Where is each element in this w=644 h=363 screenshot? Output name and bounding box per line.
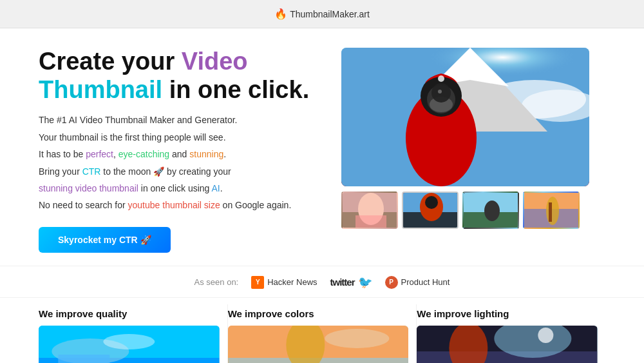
twitter-badge[interactable]: twitter 🐦 — [330, 275, 372, 289]
svg-rect-32 — [58, 355, 109, 363]
svg-point-11 — [438, 90, 442, 93]
yt-size-link[interactable]: youtube thumbnail size — [128, 200, 220, 210]
feature-lighting: We improve lighting — [417, 298, 605, 363]
ai-link[interactable]: AI — [212, 183, 220, 193]
desc-line1: The #1 AI Video Thumbnail Maker and Gene… — [39, 113, 316, 127]
desc-line3: It has to be perfect, eye-catching and s… — [39, 147, 316, 161]
svg-rect-16 — [355, 215, 386, 229]
svg-point-37 — [325, 329, 389, 348]
svg-point-20 — [425, 196, 438, 209]
svg-point-12 — [438, 75, 444, 82]
hero-title: Create your Video Thumbnail in one click… — [39, 48, 316, 104]
svg-rect-39 — [417, 351, 598, 363]
ctr-link[interactable]: CTR — [82, 166, 101, 177]
main-content: Create your Video Thumbnail in one click… — [0, 28, 644, 266]
hn-badge[interactable]: Y Hacker News — [251, 276, 317, 289]
thumb-4[interactable] — [523, 191, 580, 229]
title-video: Video — [182, 48, 248, 75]
main-image-inner — [341, 48, 589, 186]
feature-colors-image — [228, 326, 409, 363]
feature-quality-image — [39, 326, 220, 363]
producthunt-badge[interactable]: P Product Hunt — [385, 276, 450, 289]
twitter-bird-icon: 🐦 — [358, 275, 372, 289]
as-seen-label: As seen on: — [194, 277, 239, 287]
hero-svg — [341, 48, 589, 186]
twitter-text: twitter — [330, 277, 355, 288]
svg-point-41 — [450, 326, 488, 363]
feature-colors: We improve colors — [228, 298, 417, 363]
flame-icon: 🔥 — [274, 8, 287, 20]
feature-colors-title: We improve colors — [228, 308, 409, 319]
svg-point-36 — [286, 326, 325, 363]
hn-logo: Y — [251, 276, 264, 289]
ph-label: Product Hunt — [401, 277, 450, 287]
thumb-1[interactable] — [341, 191, 398, 229]
main-thumbnail-image — [341, 48, 589, 186]
svg-point-33 — [103, 334, 155, 349]
left-section: Create your Video Thumbnail in one click… — [39, 48, 316, 253]
thumbnail-grid — [341, 191, 599, 229]
feature-lighting-image — [417, 326, 598, 363]
feature-quality: We improve quality — [39, 298, 227, 363]
bottom-section: We improve quality We improve colors We … — [0, 297, 644, 363]
desc-line6: No need to search for youtube thumbnail … — [39, 198, 316, 212]
svg-point-27 — [546, 197, 559, 225]
thumb-3[interactable] — [462, 191, 519, 229]
right-section — [341, 48, 599, 229]
feature-quality-title: We improve quality — [39, 308, 220, 319]
title-thumbnail: Thumbnail — [39, 76, 162, 103]
as-seen-bar: As seen on: Y Hacker News twitter 🐦 P Pr… — [0, 266, 644, 297]
desc-line5: stunning video thumbnail in one click us… — [39, 181, 316, 195]
desc-line2: Your thumbnail is the first thing people… — [39, 130, 316, 144]
ph-logo-icon: P — [385, 276, 398, 289]
svg-point-42 — [538, 328, 554, 343]
feature-lighting-title: We improve lighting — [417, 308, 598, 319]
desc-line4: Bring your CTR to the moon 🚀 by creating… — [39, 164, 316, 179]
svg-point-23 — [484, 201, 500, 221]
topbar-logo-text: ThumbnailMaker.art — [290, 9, 370, 19]
topbar-logo: 🔥 ThumbnailMaker.art — [274, 8, 370, 20]
video-thumbnail-link[interactable]: stunning video thumbnail — [39, 183, 138, 193]
title-plain-1: Create your — [39, 48, 182, 75]
thumb-2[interactable] — [402, 191, 459, 229]
svg-rect-28 — [549, 202, 552, 222]
cta-button[interactable]: Skyrocket my CTR 🚀 — [39, 227, 171, 253]
title-suffix: in one click. — [162, 76, 309, 103]
hn-label: Hacker News — [267, 277, 317, 287]
topbar: 🔥 ThumbnailMaker.art — [0, 0, 644, 28]
